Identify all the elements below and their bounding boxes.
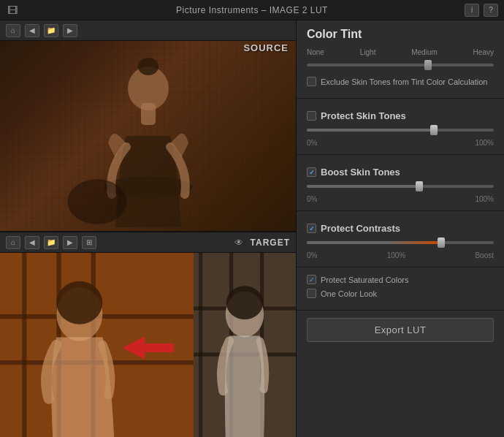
boost-skin-pct-left: 0%	[307, 195, 317, 203]
one-color-row[interactable]: One Color Look	[307, 289, 494, 298]
source-prev-btn[interactable]: ◀	[25, 24, 39, 37]
target-right-image	[194, 253, 296, 437]
protect-saturated-row[interactable]: Protect Saturated Colors	[307, 275, 494, 284]
target-right-svg	[194, 253, 296, 437]
protect-contrasts-pct-labels: 0% 100% Boost	[307, 251, 494, 259]
protect-skin-slider[interactable]	[307, 124, 494, 136]
target-next-btn[interactable]: ▶	[63, 236, 77, 249]
boost-skin-checkbox[interactable]	[307, 167, 316, 177]
target-folder-btn[interactable]: 📁	[44, 236, 58, 249]
protect-skin-label: Protect Skin Tones	[321, 110, 406, 121]
tint-label-light: Light	[360, 48, 376, 56]
protect-skin-section: Protect Skin Tones 0% 100%	[297, 99, 504, 155]
target-prev-btn[interactable]: ◀	[25, 236, 39, 249]
one-color-label: One Color Look	[321, 289, 377, 298]
protect-contrasts-pct-left: 0%	[307, 251, 317, 259]
panel-title: Color Tint	[307, 28, 494, 41]
exclude-skin-label: Exclude Skin Tones from Tint Color Calcu…	[321, 77, 487, 86]
protect-skin-pct-labels: 0% 100%	[307, 139, 494, 147]
title-text: Picture Instruments – IMAGE 2 LUT	[176, 5, 328, 15]
boost-skin-pct-labels: 0% 100%	[307, 195, 494, 203]
source-label: SOURCE	[243, 42, 289, 53]
color-tint-section: Color Tint None Light Medium Heavy Exclu…	[297, 20, 504, 99]
export-lut-button[interactable]: Export LUT	[307, 318, 494, 342]
boost-skin-fill	[307, 185, 419, 188]
source-image-area	[0, 41, 296, 231]
svg-point-3	[138, 58, 159, 75]
eye-icon: 👁	[234, 238, 243, 248]
boost-skin-section: Boost Skin Tones 0% 100%	[297, 155, 504, 211]
protect-contrasts-pct-right: Boost	[475, 251, 494, 259]
target-home-btn[interactable]: ⌂	[6, 236, 20, 249]
source-toolbar: ⌂ ◀ 📁 ▶	[0, 20, 296, 41]
exclude-skin-row[interactable]: Exclude Skin Tones from Tint Color Calcu…	[307, 77, 494, 86]
protect-skin-header: Protect Skin Tones	[307, 110, 494, 121]
protect-contrasts-header: Protect Contrasts	[307, 223, 494, 234]
tint-slider[interactable]	[307, 59, 494, 71]
target-image-area	[0, 253, 296, 437]
title-bar: 🎞 Picture Instruments – IMAGE 2 LUT i ?	[0, 0, 504, 20]
source-image	[0, 41, 296, 231]
source-next-btn[interactable]: ▶	[63, 24, 77, 37]
protect-skin-pct-left: 0%	[307, 139, 317, 147]
tint-labels: None Light Medium Heavy	[307, 48, 494, 56]
source-home-btn[interactable]: ⌂	[6, 24, 20, 37]
right-panel: Color Tint None Light Medium Heavy Exclu…	[296, 20, 504, 437]
protect-contrasts-label: Protect Contrasts	[321, 223, 400, 234]
protect-saturated-checkbox[interactable]	[307, 275, 316, 284]
boost-skin-slider[interactable]	[307, 180, 494, 192]
boost-skin-pct-right: 100%	[475, 195, 494, 203]
title-bar-left: 🎞	[7, 4, 18, 16]
title-buttons: i ?	[465, 4, 498, 17]
protect-contrasts-thumb[interactable]	[438, 238, 445, 248]
help-button[interactable]: ?	[484, 4, 498, 17]
source-folder-btn[interactable]: 📁	[44, 24, 58, 37]
arrow-svg	[123, 335, 174, 361]
source-section: ⌂ ◀ 📁 ▶ SOURCE	[0, 20, 296, 232]
left-panel: ⌂ ◀ 📁 ▶ SOURCE	[0, 20, 296, 437]
protect-saturated-label: Protect Saturated Colors	[321, 276, 408, 284]
protect-skin-pct-right: 100%	[475, 139, 494, 147]
protect-contrasts-section: Protect Contrasts 0% 100% Boost	[297, 211, 504, 267]
protect-skin-fill	[307, 129, 434, 132]
boost-skin-header: Boost Skin Tones	[307, 167, 494, 178]
saturated-section: Protect Saturated Colors One Color Look	[297, 267, 504, 311]
protect-contrasts-checkbox[interactable]	[307, 224, 316, 233]
tint-label-none: None	[307, 48, 324, 56]
target-grid-btn[interactable]: ⊞	[82, 236, 96, 249]
tint-label-medium: Medium	[411, 48, 438, 56]
exclude-skin-checkbox[interactable]	[307, 77, 316, 86]
svg-marker-15	[123, 336, 174, 360]
tint-thumb[interactable]	[424, 60, 432, 70]
transform-arrow	[123, 335, 174, 363]
boost-skin-label: Boost Skin Tones	[321, 167, 400, 178]
app-icon: 🎞	[7, 4, 18, 16]
svg-point-4	[68, 180, 126, 224]
protect-skin-checkbox[interactable]	[307, 111, 316, 121]
target-label: TARGET	[251, 238, 290, 248]
protect-contrasts-slider[interactable]	[307, 237, 494, 248]
one-color-checkbox[interactable]	[307, 289, 316, 298]
tint-track	[307, 64, 494, 66]
source-figure-svg	[53, 41, 243, 227]
boost-skin-thumb[interactable]	[416, 181, 423, 191]
protect-contrasts-pct-mid: 100%	[387, 251, 406, 259]
target-toolbar: ⌂ ◀ 📁 ▶ ⊞ 👁 TARGET	[0, 232, 296, 253]
info-button[interactable]: i	[465, 4, 479, 17]
protect-contrasts-fill	[307, 241, 441, 244]
svg-rect-24	[194, 253, 296, 437]
target-section: ⌂ ◀ 📁 ▶ ⊞ 👁 TARGET	[0, 232, 296, 437]
main-layout: ⌂ ◀ 📁 ▶ SOURCE	[0, 20, 504, 437]
protect-skin-thumb[interactable]	[430, 125, 438, 135]
tint-label-heavy: Heavy	[473, 48, 494, 56]
